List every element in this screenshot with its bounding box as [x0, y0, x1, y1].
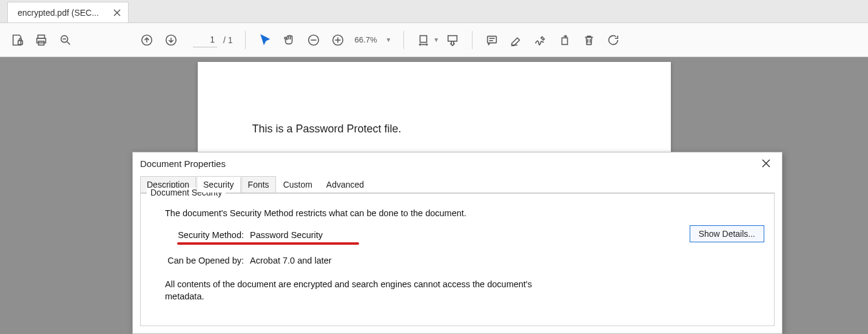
dialog-header: Document Properties: [133, 152, 782, 174]
tab-fonts[interactable]: Fonts: [241, 176, 276, 193]
security-method-row: Security Method: Password Security: [165, 230, 762, 240]
svg-line-7: [67, 41, 70, 44]
page-total-label: / 1: [223, 35, 233, 45]
svg-rect-18: [488, 36, 497, 43]
dialog-title: Document Properties: [140, 158, 758, 169]
refresh-icon[interactable]: [602, 29, 624, 51]
opened-by-row: Can be Opened by: Acrobat 7.0 and later: [165, 256, 762, 265]
security-method-label: Security Method:: [165, 230, 250, 240]
print-icon[interactable]: [30, 29, 52, 51]
tab-custom[interactable]: Custom: [277, 176, 319, 193]
search-icon[interactable]: [55, 29, 76, 51]
next-page-icon[interactable]: [160, 29, 182, 51]
fit-width-icon[interactable]: [412, 29, 434, 51]
prev-page-icon[interactable]: [136, 29, 158, 51]
toolbar-separator: [245, 31, 246, 49]
encryption-note: All contents of the document are encrypt…: [165, 279, 553, 302]
tab-bar: encrypted.pdf (SEC...: [0, 0, 868, 23]
highlight-icon[interactable]: [505, 29, 527, 51]
zoom-level-dropdown[interactable]: 66.7% ▼: [351, 35, 395, 44]
save-locked-icon[interactable]: [6, 29, 28, 51]
svg-rect-22: [562, 38, 568, 44]
zoom-in-icon[interactable]: [327, 29, 349, 51]
security-intro-text: The document's Security Method restricts…: [165, 208, 762, 218]
red-underline-annotation: [177, 242, 359, 245]
svg-rect-17: [448, 35, 457, 41]
show-details-button[interactable]: Show Details...: [690, 225, 764, 242]
svg-rect-16: [420, 35, 427, 42]
hand-tool-icon[interactable]: [278, 29, 300, 51]
tab-advanced[interactable]: Advanced: [320, 176, 371, 193]
comment-icon[interactable]: [481, 29, 503, 51]
document-tab[interactable]: encrypted.pdf (SEC...: [7, 2, 129, 22]
toolbar-separator: [403, 31, 404, 49]
fit-page-icon[interactable]: [442, 29, 463, 51]
dialog-body: Document Security The document's Securit…: [140, 193, 775, 326]
delete-icon[interactable]: [578, 29, 600, 51]
zoom-level-value: 66.7%: [355, 35, 377, 44]
dialog-close-button[interactable]: [758, 155, 775, 172]
select-tool-icon[interactable]: [254, 29, 276, 51]
toolbar-separator: [472, 31, 473, 49]
tab-security[interactable]: Security: [197, 176, 241, 193]
svg-rect-3: [38, 35, 45, 38]
close-tab-icon[interactable]: [112, 8, 122, 18]
toolbar: / 1 66.7% ▼ ▼: [0, 23, 868, 57]
chevron-down-icon: ▼: [385, 36, 391, 43]
document-security-fieldset: Document Security The document's Securit…: [140, 193, 775, 326]
svg-rect-2: [18, 40, 22, 44]
document-body-text: This is a Password Protect file.: [252, 123, 634, 135]
document-properties-dialog: Document Properties Description Security…: [132, 152, 782, 334]
rotate-page-icon[interactable]: [554, 29, 576, 51]
zoom-out-icon[interactable]: [303, 29, 325, 51]
opened-by-label: Can be Opened by:: [165, 256, 250, 265]
opened-by-value: Acrobat 7.0 and later: [250, 256, 332, 265]
chevron-down-icon[interactable]: ▼: [433, 36, 439, 43]
sign-icon[interactable]: [530, 29, 551, 51]
dialog-tabs: Description Security Fonts Custom Advanc…: [133, 174, 782, 193]
page-number-input[interactable]: [193, 33, 217, 47]
security-method-value: Password Security: [250, 230, 323, 240]
document-tab-title: encrypted.pdf (SEC...: [18, 8, 107, 18]
